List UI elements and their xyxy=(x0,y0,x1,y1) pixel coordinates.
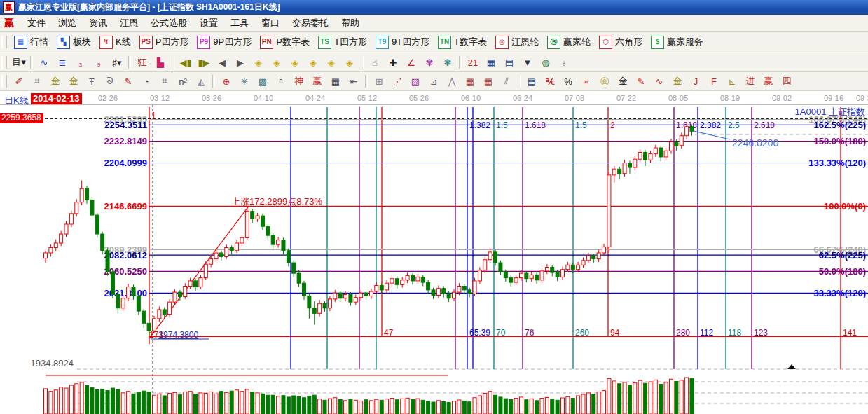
red-grid-1-icon[interactable]: ▦ xyxy=(462,74,478,90)
square-numbers-icon[interactable]: n² xyxy=(174,74,191,90)
bars-3-icon[interactable]: ₃ xyxy=(72,55,89,71)
zoom-h-icon[interactable]: ◈ xyxy=(287,55,303,71)
title-bar[interactable]: 赢 赢家江恩专业版[赢家内部服务平台] - [上证指数 SH1A0001-161… xyxy=(0,0,868,15)
wave-tool-icon[interactable]: ∿ xyxy=(36,55,53,71)
toolbar-button-板块[interactable]: ▚板块 xyxy=(55,35,93,50)
menu-item-4[interactable]: 江恩 xyxy=(113,16,144,29)
calculator-tool-icon[interactable]: ▦ xyxy=(483,55,500,71)
percent-band-icon[interactable]: ℀ xyxy=(542,74,558,90)
j-angle-icon[interactable]: J xyxy=(687,74,704,90)
pencil-tool-icon[interactable]: ✐ xyxy=(11,74,27,90)
info-panel-icon[interactable]: ≣ xyxy=(54,55,71,71)
spiral-tool-icon[interactable]: ᘐ xyxy=(102,74,118,90)
gold-circle-icon[interactable]: ㊎ xyxy=(596,74,613,90)
toolbar-button-P数字表[interactable]: PNP数字表 xyxy=(258,35,312,50)
percent-line-icon[interactable]: ≖ xyxy=(578,74,595,90)
toolbar-button-赢家轮[interactable]: Ⓑ赢家轮 xyxy=(545,35,593,50)
candle-dropdown-icon[interactable]: ♯▾ xyxy=(109,55,125,71)
win-grid-icon[interactable]: 赢 xyxy=(309,74,326,90)
web-tool-icon[interactable]: ◍ xyxy=(537,55,554,71)
grid-123-icon[interactable]: ▦ xyxy=(327,74,344,90)
box-tool-icon[interactable]: ⊞ xyxy=(371,74,387,90)
gold-angle-icon[interactable]: 金 xyxy=(669,74,686,90)
menu-item-9[interactable]: 交易委托 xyxy=(286,16,335,29)
zoom-left-icon[interactable]: ◈ xyxy=(250,55,267,71)
menu-item-3[interactable]: 资讯 xyxy=(83,16,113,29)
toolbar-button-行情[interactable]: ▦行情 xyxy=(12,35,50,50)
toolbar-grip[interactable] xyxy=(1,75,7,88)
web-grid-icon[interactable]: ✳ xyxy=(236,74,253,90)
crosshair-tool-icon[interactable]: ✚ xyxy=(385,55,401,71)
next-bar-icon[interactable]: ▶ xyxy=(232,55,249,71)
span-tool-icon[interactable]: ⇤ xyxy=(345,74,362,90)
brain-tool-icon[interactable]: ❃ xyxy=(439,55,456,71)
draw-candle-icon[interactable]: ✎ xyxy=(633,74,649,90)
si-angle-icon[interactable]: 四 xyxy=(778,74,795,90)
jin-angle-icon[interactable]: 进 xyxy=(742,74,759,90)
gold-grid-2-icon[interactable]: 金 xyxy=(65,74,82,90)
notes-tool-icon[interactable]: ▤ xyxy=(501,55,518,71)
gold-ray-icon[interactable]: ⊾ xyxy=(724,74,740,90)
zoom-out-icon[interactable]: ◈ xyxy=(341,55,358,71)
kline-style-dropdown-icon[interactable]: 目▾ xyxy=(11,55,27,71)
menu-item-2[interactable]: 浏览 xyxy=(52,16,83,29)
win-angle-icon[interactable]: 赢 xyxy=(760,74,777,90)
toolbar-button-赢家服务[interactable]: $赢家服务 xyxy=(649,35,705,50)
gold-grid-1-icon[interactable]: 金 xyxy=(47,74,64,90)
wave-red-icon[interactable]: ∿ xyxy=(651,74,668,90)
ruler-pencil-icon[interactable]: ✎ xyxy=(120,74,137,90)
toolbar-button-P四方形[interactable]: PSP四方形 xyxy=(137,35,191,50)
gold-level-icon[interactable]: 金 xyxy=(614,74,631,90)
calendar-tool-icon[interactable]: 21 xyxy=(464,55,481,71)
fan-lines-icon[interactable]: ⋰ xyxy=(389,74,406,90)
percent-tool-icon[interactable]: % xyxy=(560,74,577,90)
toolbar-button-9T四方形[interactable]: T99T四方形 xyxy=(373,35,432,50)
toolbar-button-T数字表[interactable]: TNT数字表 xyxy=(436,35,489,50)
angle-tool-icon[interactable]: ∠ xyxy=(403,55,420,71)
hash-tool-icon[interactable]: ⌗ xyxy=(29,74,46,90)
shen-grid-icon[interactable]: 神 xyxy=(291,74,308,90)
histogram-tool-icon[interactable]: ▙ xyxy=(152,55,169,71)
toolbar-button-K线[interactable]: ↯K线 xyxy=(97,35,133,50)
toolbar-button-六角形[interactable]: ⬡六角形 xyxy=(597,35,645,50)
clock-circle-icon[interactable]: ◔ xyxy=(138,74,155,90)
bars-panel-icon[interactable]: ▤ xyxy=(523,74,540,90)
toolbar-button-T四方形[interactable]: TST四方形 xyxy=(316,35,369,50)
hand-tool-icon[interactable]: ☝ xyxy=(366,55,383,71)
toolbar-button-江恩轮[interactable]: ◎江恩轮 xyxy=(493,35,541,50)
last-bar-icon[interactable]: ▮▶ xyxy=(195,55,212,71)
toolbar-grip[interactable] xyxy=(1,36,7,48)
hash-2-icon[interactable]: ⌗ xyxy=(156,74,173,90)
prev-bar-icon[interactable]: ◀ xyxy=(214,55,230,71)
zoom-in-icon[interactable]: ◈ xyxy=(323,55,340,71)
pattern-tool-icon[interactable]: 狂 xyxy=(134,55,151,71)
menu-item-5[interactable]: 公式选股 xyxy=(144,16,193,29)
toolbar-button-9P四方形[interactable]: P99P四方形 xyxy=(195,35,254,50)
mirror-angle-icon[interactable]: ◭ xyxy=(193,74,209,90)
k-mark-icon[interactable]: ʰ xyxy=(273,74,289,90)
save-tool-icon[interactable]: ▼ xyxy=(519,55,536,71)
bars-9-icon[interactable]: ₉ xyxy=(90,55,107,71)
flower-tool-icon[interactable]: ✾ xyxy=(421,55,438,71)
period-label[interactable]: 日K线 xyxy=(4,95,29,107)
angle-lines-icon[interactable]: ⊿ xyxy=(425,74,442,90)
zoom-right-icon[interactable]: ◈ xyxy=(268,55,285,71)
parallel-lines-icon[interactable]: ⫽ xyxy=(498,74,515,90)
menu-item-7[interactable]: 工具 xyxy=(224,16,255,29)
remote-tool-icon[interactable]: ♁ xyxy=(556,55,572,71)
first-bar-icon[interactable]: ◀▮ xyxy=(177,55,194,71)
box-grid-icon[interactable]: ▩ xyxy=(254,74,271,90)
toolbar-grip[interactable] xyxy=(1,56,7,69)
fan-box-icon[interactable]: ▨ xyxy=(407,74,424,90)
menu-item-1[interactable]: 文件 xyxy=(21,16,52,29)
t-grid-icon[interactable]: Ŧ xyxy=(83,74,100,90)
menu-item-6[interactable]: 设置 xyxy=(193,16,224,29)
zoom-all-icon[interactable]: ◈ xyxy=(305,55,322,71)
circle-target-icon[interactable]: ⊕ xyxy=(218,74,235,90)
chart-area[interactable]: 02-2603-1203-2604-1004-2405-1205-2606-10… xyxy=(0,91,868,414)
red-grid-2-icon[interactable]: ▦ xyxy=(480,74,497,90)
f-angle-icon[interactable]: F xyxy=(705,74,722,90)
menu-item-8[interactable]: 窗口 xyxy=(255,16,286,29)
v-dots-icon[interactable]: ⋀ xyxy=(443,74,460,90)
menu-item-10[interactable]: 帮助 xyxy=(335,16,366,29)
